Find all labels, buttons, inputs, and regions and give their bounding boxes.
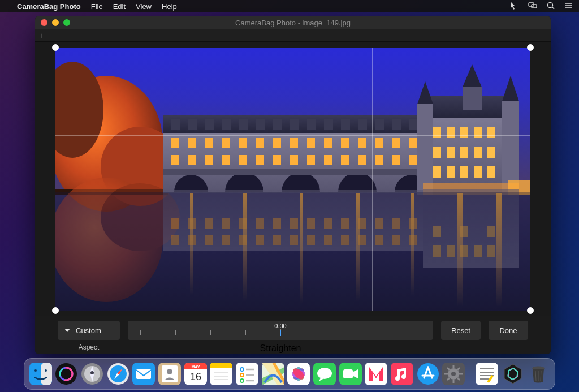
reset-button[interactable]: Reset [441, 321, 481, 340]
svg-rect-49 [205, 155, 213, 165]
svg-text:16: 16 [190, 371, 201, 382]
crop-controls-bar: Custom Aspect 0.00 S [35, 316, 551, 354]
svg-point-198 [451, 372, 456, 376]
crop-handle-bottom-right[interactable] [527, 307, 534, 314]
straighten-value: 0.00 [274, 322, 286, 329]
dock-app-safari[interactable] [106, 361, 130, 386]
svg-rect-48 [188, 155, 196, 165]
window-minimize-button[interactable] [52, 19, 59, 26]
svg-point-155 [167, 369, 172, 374]
svg-rect-52 [256, 155, 264, 165]
svg-rect-47 [171, 155, 179, 165]
menubar: CameraBag Photo File Edit View Help [0, 0, 579, 12]
svg-rect-40 [307, 138, 315, 148]
dock-app-notes[interactable] [210, 361, 234, 386]
status-display-icon[interactable] [528, 1, 537, 12]
svg-rect-39 [290, 138, 298, 148]
dock-app-news[interactable] [365, 361, 388, 386]
menu-help[interactable]: Help [162, 2, 177, 11]
svg-rect-31 [409, 119, 418, 130]
dock-app-reminders[interactable] [235, 361, 259, 386]
svg-rect-61 [409, 155, 417, 165]
svg-rect-84 [474, 166, 482, 178]
svg-rect-194 [391, 363, 413, 385]
straighten-slider[interactable]: 0.00 [128, 321, 433, 340]
titlebar[interactable]: CameraBag Photo - image_149.jpg [35, 16, 551, 29]
dock-app-siri[interactable] [55, 361, 79, 386]
svg-rect-33 [188, 138, 196, 148]
crop-handle-bottom-left[interactable] [52, 307, 59, 314]
svg-rect-55 [307, 155, 315, 165]
svg-rect-83 [460, 166, 468, 178]
menu-file[interactable]: File [91, 2, 103, 11]
dock-app-music[interactable] [390, 361, 414, 386]
svg-rect-75 [487, 127, 495, 138]
svg-point-146 [90, 371, 94, 374]
aspect-label: Aspect [79, 343, 100, 351]
dock-app-finder[interactable] [29, 361, 53, 386]
aspect-value: Custom [76, 326, 101, 335]
image-crop-canvas[interactable] [55, 48, 530, 311]
svg-rect-36 [239, 138, 247, 148]
window-close-button[interactable] [41, 19, 47, 26]
svg-rect-46 [409, 138, 417, 148]
svg-rect-69 [463, 87, 482, 110]
svg-point-139 [45, 369, 47, 372]
svg-rect-167 [236, 363, 258, 385]
dock-app-messages[interactable] [313, 361, 336, 386]
dock-trash[interactable] [526, 361, 550, 386]
svg-rect-50 [222, 155, 230, 165]
svg-rect-163 [210, 366, 232, 368]
dock-app-contacts[interactable] [158, 361, 182, 386]
dock-app-appstore[interactable] [416, 361, 440, 386]
crop-handle-top-right[interactable] [527, 44, 534, 51]
dock-app-camerabag[interactable] [501, 361, 525, 386]
svg-rect-17 [171, 119, 180, 130]
chevron-down-icon [64, 329, 70, 332]
dock-app-facetime[interactable] [339, 361, 362, 386]
svg-rect-51 [239, 155, 247, 165]
svg-rect-53 [273, 155, 281, 165]
svg-rect-45 [392, 138, 400, 148]
svg-rect-42 [341, 138, 349, 148]
dock-app-preferences[interactable] [442, 361, 466, 386]
window-zoom-button[interactable] [63, 19, 70, 26]
svg-rect-152 [136, 369, 151, 379]
svg-rect-29 [375, 119, 384, 130]
menu-edit[interactable]: Edit [113, 2, 126, 11]
svg-rect-56 [324, 155, 332, 165]
svg-marker-213 [504, 364, 521, 384]
straighten-slider-handle[interactable] [280, 330, 281, 336]
svg-rect-24 [290, 119, 299, 130]
svg-rect-73 [460, 127, 468, 138]
dock-app-maps[interactable] [261, 361, 285, 386]
dock-app-calendar[interactable]: MAY16 [184, 361, 208, 386]
svg-line-3 [552, 7, 555, 9]
svg-rect-23 [273, 119, 282, 130]
svg-rect-62 [163, 169, 429, 175]
crop-handle-top-left[interactable] [52, 44, 59, 51]
done-button[interactable]: Done [489, 321, 528, 340]
svg-rect-71 [433, 127, 441, 138]
svg-rect-20 [222, 119, 231, 130]
new-tab-button[interactable]: + [35, 31, 47, 40]
svg-rect-41 [324, 138, 332, 148]
dock-app-mail[interactable] [132, 361, 156, 386]
svg-point-188 [317, 368, 332, 379]
dock-app-launchpad[interactable] [80, 361, 104, 386]
app-name[interactable]: CameraBag Photo [17, 2, 81, 11]
aspect-dropdown[interactable]: Custom [58, 321, 120, 340]
status-menu-icon[interactable] [564, 1, 573, 12]
svg-rect-30 [392, 119, 401, 130]
dock-app-photos[interactable] [287, 361, 311, 386]
dock-app-textedit[interactable] [475, 361, 499, 386]
tab-strip: + [35, 29, 551, 42]
svg-rect-25 [307, 119, 316, 130]
svg-point-140 [55, 363, 77, 385]
svg-rect-80 [487, 147, 495, 158]
svg-rect-21 [239, 119, 248, 130]
menu-view[interactable]: View [136, 2, 152, 11]
status-search-icon[interactable] [546, 1, 555, 12]
status-cursor-icon[interactable] [510, 1, 519, 12]
svg-text:MAY: MAY [191, 365, 200, 369]
